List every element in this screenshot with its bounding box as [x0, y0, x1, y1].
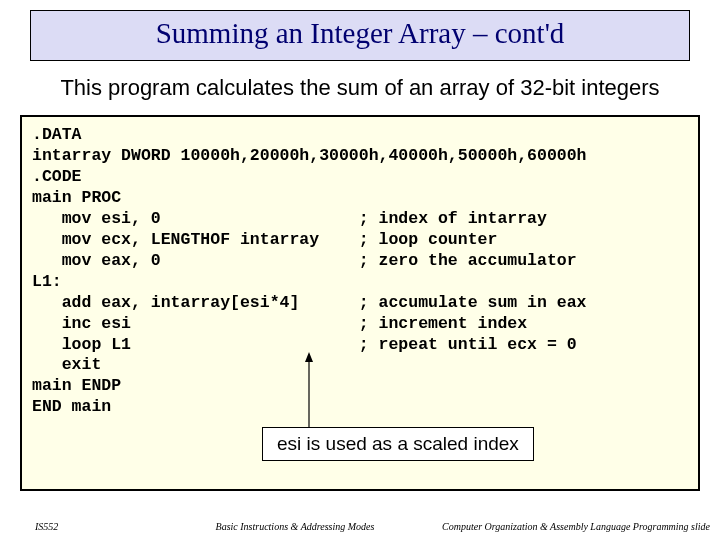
arrow-icon: [305, 352, 313, 437]
title-box: Summing an Integer Array – cont'd: [30, 10, 690, 61]
code-box: .DATA intarray DWORD 10000h,20000h,30000…: [20, 115, 700, 491]
code-content: .DATA intarray DWORD 10000h,20000h,30000…: [32, 125, 587, 416]
footer-right: Computer Organization & Assembly Languag…: [420, 521, 720, 532]
slide-title: Summing an Integer Array – cont'd: [31, 17, 689, 50]
callout-box: esi is used as a scaled index: [262, 427, 534, 461]
slide: Summing an Integer Array – cont'd This p…: [0, 0, 720, 540]
subtitle: This program calculates the sum of an ar…: [20, 75, 700, 101]
footer-center: Basic Instructions & Addressing Modes: [170, 521, 420, 532]
footer: IS552 Basic Instructions & Addressing Mo…: [0, 521, 720, 532]
callout-text: esi is used as a scaled index: [277, 433, 519, 454]
footer-left: IS552: [0, 521, 170, 532]
